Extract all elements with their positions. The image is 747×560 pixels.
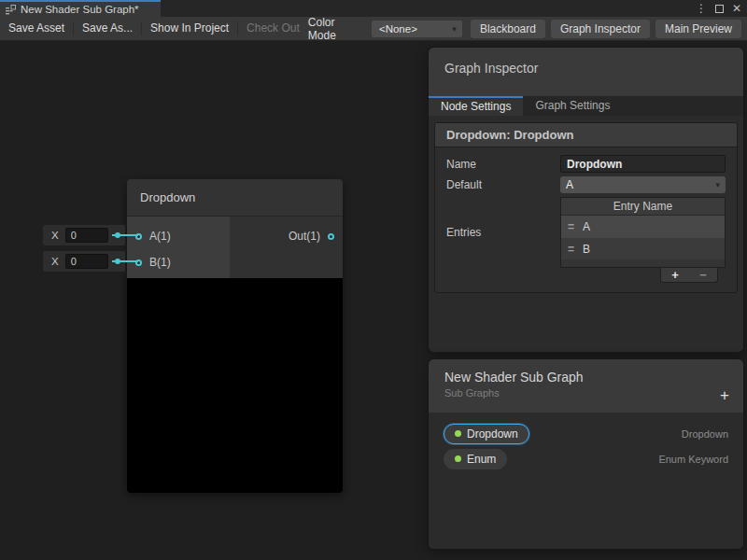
exposed-dot-icon (455, 430, 461, 437)
entry-name: A (583, 220, 590, 233)
output-port-out[interactable]: Out(1) (230, 223, 343, 249)
chevron-down-icon: ▾ (452, 24, 457, 34)
drag-handle-icon[interactable]: = (568, 220, 574, 233)
show-in-project-button[interactable]: Show In Project (142, 17, 237, 40)
name-field[interactable] (560, 155, 726, 173)
input-port-a[interactable]: A(1) (127, 223, 230, 249)
node-title: Dropdown (140, 190, 195, 204)
name-row: Name (446, 155, 726, 173)
title-bar: New Shader Sub Graph* ⋮ ✕ (0, 0, 747, 17)
maximize-icon[interactable] (715, 5, 724, 13)
dropdown-node[interactable]: Dropdown A(1) B(1) Out(1) (127, 179, 343, 493)
check-out-button: Check Out (238, 17, 308, 40)
color-mode-dropdown[interactable]: <None> ▾ (372, 21, 462, 37)
tab-graph-settings[interactable]: Graph Settings (523, 96, 622, 116)
exposed-dot-icon (455, 455, 461, 462)
chevron-down-icon: ▾ (715, 180, 720, 189)
add-property-button[interactable]: + (720, 386, 729, 405)
settings-section-title: Dropdown: Dropdown (435, 123, 737, 147)
color-mode-value: <None> (372, 23, 452, 35)
entries-list-header: Entry Name (561, 198, 725, 216)
default-label: Default (446, 178, 560, 191)
add-entry-button[interactable]: + (661, 268, 689, 282)
node-ports: A(1) B(1) Out(1) (127, 217, 343, 278)
document-tab-title: New Shader Sub Graph* (21, 4, 139, 15)
property-name: Dropdown (467, 427, 518, 441)
default-dropdown[interactable]: A ▾ (560, 176, 726, 193)
entries-label: Entries (446, 226, 560, 239)
entry-row-a[interactable]: = A (561, 216, 725, 238)
graph-toolbar: Save Asset Save As... Show In Project Ch… (0, 17, 747, 41)
node-input-ports: A(1) B(1) (127, 217, 230, 278)
input-port-a-label: A(1) (149, 230, 171, 243)
window-controls: ⋮ ✕ (696, 0, 741, 17)
blackboard-body: Dropdown Dropdown Enum Enum Keyword (429, 413, 743, 471)
shader-graph-icon (6, 5, 16, 15)
dropdown-settings-box: Dropdown: Dropdown Name Default A ▾ Entr… (434, 122, 738, 293)
node-header[interactable]: Dropdown (127, 179, 343, 217)
entries-footer: + − (660, 268, 718, 283)
edge-to-port-a[interactable] (112, 234, 138, 236)
property-row-dropdown: Dropdown Dropdown (429, 421, 743, 446)
node-preview-area (127, 278, 343, 493)
property-pill-enum[interactable]: Enum (444, 449, 507, 469)
remove-entry-button[interactable]: − (689, 268, 717, 282)
name-label: Name (446, 158, 560, 171)
input-b-value-field[interactable] (65, 254, 108, 269)
node-output-ports: Out(1) (230, 217, 343, 278)
property-type: Enum Keyword (658, 454, 728, 465)
close-icon[interactable]: ✕ (732, 0, 741, 17)
property-name: Enum (467, 453, 496, 466)
blackboard-header[interactable]: New Shader Sub Graph Sub Graphs + (429, 359, 743, 413)
menu-icon[interactable]: ⋮ (696, 0, 707, 17)
color-mode-label: Color Mode (308, 16, 364, 42)
inspector-content: Dropdown: Dropdown Name Default A ▾ Entr… (429, 116, 743, 300)
port-circle-icon[interactable] (328, 233, 334, 240)
default-row: Default A ▾ (446, 176, 726, 193)
output-port-label: Out(1) (289, 230, 320, 243)
blackboard-panel: New Shader Sub Graph Sub Graphs + Dropdo… (428, 358, 744, 550)
entries-list: Entry Name = A = B (560, 197, 726, 268)
graph-inspector-toggle-button[interactable]: Graph Inspector (551, 20, 650, 38)
drag-handle-icon[interactable]: = (568, 243, 574, 256)
save-as-button[interactable]: Save As... (74, 17, 141, 40)
input-a-value-field[interactable] (65, 228, 108, 243)
property-type: Dropdown (682, 428, 728, 440)
save-asset-button[interactable]: Save Asset (0, 17, 73, 40)
axis-x-label: X (51, 256, 59, 267)
entries-list-spacer (561, 259, 725, 267)
toolbar-right-group: Color Mode <None> ▾ Blackboard Graph Ins… (308, 16, 747, 42)
blackboard-subtitle: Sub Graphs (429, 387, 743, 399)
main-preview-toggle-button[interactable]: Main Preview (655, 20, 741, 38)
tab-node-settings[interactable]: Node Settings (429, 96, 523, 116)
graph-inspector-panel: Graph Inspector Node Settings Graph Sett… (428, 47, 744, 353)
axis-x-label: X (51, 230, 59, 241)
property-row-enum: Enum Enum Keyword (429, 446, 743, 471)
inspector-header[interactable]: Graph Inspector (429, 48, 743, 96)
entries-footer-row: + − (446, 268, 718, 283)
document-tab[interactable]: New Shader Sub Graph* (0, 0, 161, 17)
input-port-b-label: B(1) (149, 256, 171, 269)
blackboard-toggle-button[interactable]: Blackboard (471, 20, 545, 38)
blackboard-title: New Shader Sub Graph (429, 359, 743, 385)
property-pill-dropdown[interactable]: Dropdown (444, 424, 529, 444)
settings-body: Name Default A ▾ Entries Entry Name (435, 147, 737, 292)
inspector-title: Graph Inspector (429, 48, 743, 76)
entries-row: Entries Entry Name = A = B (446, 197, 726, 268)
input-port-b[interactable]: B(1) (127, 249, 230, 275)
entry-row-b[interactable]: = B (561, 238, 725, 259)
default-dropdown-value: A (560, 178, 715, 191)
edge-to-port-b[interactable] (112, 260, 138, 262)
entry-name: B (583, 243, 590, 256)
inspector-tabs: Node Settings Graph Settings (429, 96, 743, 116)
